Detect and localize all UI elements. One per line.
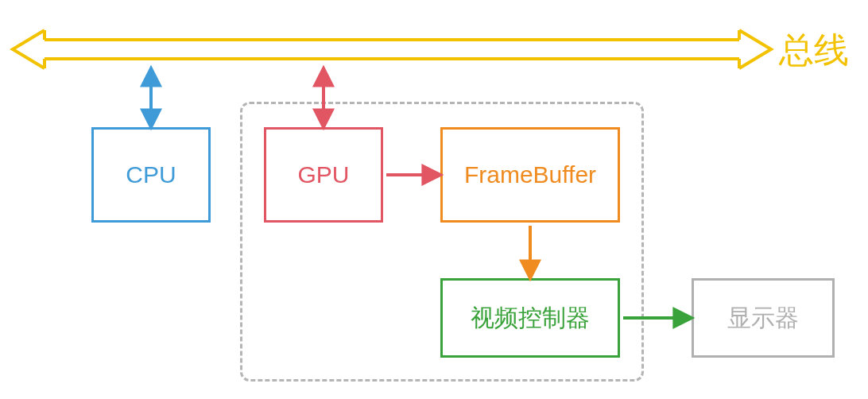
cpu-box: CPU [91,127,211,223]
video-controller-label: 视频控制器 [471,302,590,335]
diagram-canvas: 总线 CPU GPU FrameBuffer 视频控制器 显示器 [0,0,868,399]
gpu-box: GPU [264,127,383,223]
display-box: 显示器 [692,278,835,358]
framebuffer-label: FrameBuffer [464,161,596,188]
display-label: 显示器 [727,302,799,335]
bus-label: 总线 [779,27,849,74]
video-controller-box: 视频控制器 [440,278,620,358]
gpu-label: GPU [297,161,349,188]
framebuffer-box: FrameBuffer [440,127,620,223]
cpu-label: CPU [126,161,176,188]
